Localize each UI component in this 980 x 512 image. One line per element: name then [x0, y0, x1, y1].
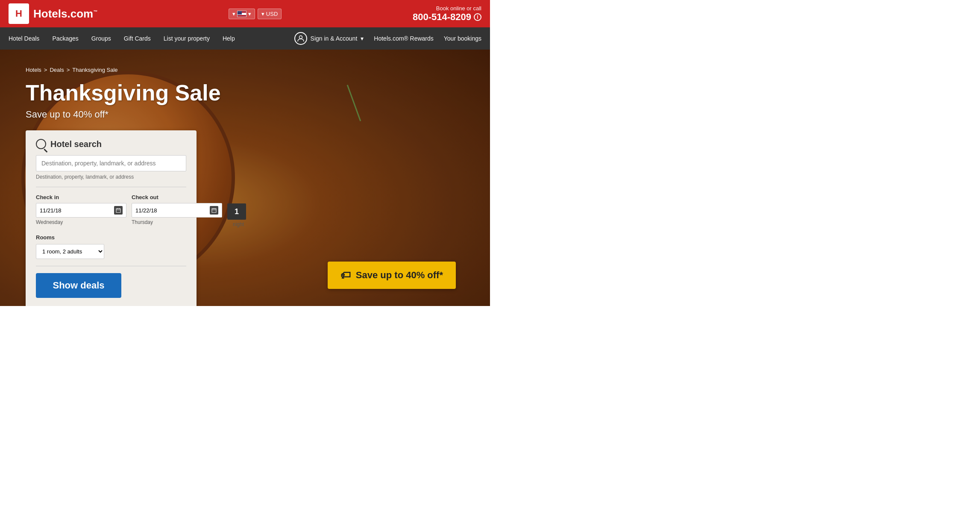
- nav-bar: Hotel Deals Packages Groups Gift Cards L…: [0, 27, 490, 50]
- nav-bookings[interactable]: Your bookings: [444, 35, 481, 42]
- search-hint: Destination, property, landmark, or addr…: [36, 174, 186, 180]
- destination-input[interactable]: [36, 155, 186, 171]
- hotels-logo-icon: H: [9, 3, 29, 24]
- currency-label: USD: [266, 11, 278, 17]
- logo-sup: ™: [93, 9, 97, 14]
- top-bar: H Hotels.com™ ▾ ▾ ▾ USD Book online or c…: [0, 0, 490, 27]
- breadcrumb-sep2: >: [67, 67, 70, 73]
- save-badge: 🏷 Save up to 40% off*: [328, 262, 456, 289]
- checkin-input-wrap[interactable]: [36, 203, 126, 218]
- language-currency-area: ▾ ▾ ▾ USD: [229, 9, 282, 19]
- checkout-input-wrap[interactable]: [132, 203, 222, 218]
- lang-arrow: ▾: [232, 11, 235, 17]
- checkout-calendar-icon[interactable]: [210, 206, 218, 215]
- logo-text: Hotels.com™: [33, 7, 97, 21]
- show-deals-button[interactable]: Show deals: [36, 273, 121, 298]
- checkout-day: Thursday: [132, 219, 222, 225]
- nights-box: 1 night: [227, 194, 249, 227]
- contact-area: Book online or call 800-514-8209 i: [413, 5, 481, 23]
- language-selector[interactable]: ▾ ▾: [229, 9, 255, 19]
- svg-rect-1: [116, 209, 120, 212]
- info-icon[interactable]: i: [474, 13, 481, 21]
- us-flag-icon: [237, 11, 246, 17]
- search-title-text: Hotel search: [50, 139, 102, 149]
- logo-area: H Hotels.com™: [9, 3, 97, 24]
- save-badge-text: Save up to 40% off*: [356, 270, 443, 281]
- nav-help[interactable]: Help: [223, 35, 235, 42]
- nav-gift-cards[interactable]: Gift Cards: [124, 35, 151, 42]
- rooms-label: Rooms: [36, 234, 186, 241]
- nav-list-property[interactable]: List your property: [164, 35, 210, 42]
- nav-rewards[interactable]: Hotels.com® Rewards: [374, 35, 433, 42]
- currency-selector[interactable]: ▾ USD: [258, 9, 282, 19]
- nav-left: Hotel Deals Packages Groups Gift Cards L…: [9, 35, 294, 42]
- currency-arrow: ▾: [261, 11, 264, 17]
- checkin-input[interactable]: [40, 207, 111, 214]
- nights-number: 1: [227, 203, 246, 220]
- nav-groups[interactable]: Groups: [91, 35, 111, 42]
- tag-icon: 🏷: [340, 269, 351, 281]
- phone-text: 800-514-8209: [413, 12, 471, 23]
- calendar-svg2: [211, 208, 217, 213]
- breadcrumb-sep1: >: [44, 67, 47, 73]
- checkout-input[interactable]: [135, 207, 207, 214]
- search-box: Hotel search Destination, property, land…: [26, 130, 197, 306]
- checkin-day: Wednesday: [36, 219, 126, 225]
- svg-rect-5: [212, 209, 216, 212]
- rooms-select[interactable]: 1 room, 2 adults: [36, 244, 104, 259]
- search-icon: [36, 139, 46, 149]
- lang-arrow2: ▾: [248, 11, 251, 17]
- breadcrumb-current: Thanksgiving Sale: [72, 67, 117, 73]
- checkout-label: Check out: [132, 194, 222, 200]
- calendar-svg: [116, 208, 121, 213]
- dates-row: Check in Wednesday: [36, 194, 186, 227]
- checkin-calendar-icon[interactable]: [114, 206, 123, 215]
- nav-packages[interactable]: Packages: [52, 35, 78, 42]
- sign-in-label: Sign in & Account: [311, 35, 358, 42]
- user-icon: [297, 35, 304, 42]
- breadcrumb-deals[interactable]: Deals: [50, 67, 64, 73]
- breadcrumb: Hotels > Deals > Thanksgiving Sale: [26, 67, 464, 73]
- search-divider2: [36, 266, 186, 266]
- phone-number: 800-514-8209 i: [413, 12, 481, 23]
- hero-subtitle: Save up to 40% off*: [26, 109, 464, 120]
- user-icon-circle: [294, 32, 307, 45]
- sign-in-chevron: ▾: [361, 35, 364, 42]
- nav-right: Sign in & Account ▾ Hotels.com® Rewards …: [294, 32, 481, 45]
- book-online-text: Book online or call: [413, 5, 481, 12]
- hero-section: Hotels > Deals > Thanksgiving Sale Thank…: [0, 50, 490, 306]
- breadcrumb-hotels[interactable]: Hotels: [26, 67, 41, 73]
- checkin-label: Check in: [36, 194, 126, 200]
- svg-point-0: [299, 36, 302, 39]
- logo-name: Hotels.com: [33, 7, 93, 20]
- nights-label: night: [227, 221, 249, 227]
- search-divider: [36, 187, 186, 187]
- search-title: Hotel search: [36, 139, 186, 149]
- checkout-field: Check out Thursday: [132, 194, 222, 227]
- nav-hotel-deals[interactable]: Hotel Deals: [9, 35, 39, 42]
- sign-in-button[interactable]: Sign in & Account ▾: [294, 32, 364, 45]
- hero-title: Thanksgiving Sale: [26, 80, 464, 106]
- checkin-field: Check in Wednesday: [36, 194, 126, 227]
